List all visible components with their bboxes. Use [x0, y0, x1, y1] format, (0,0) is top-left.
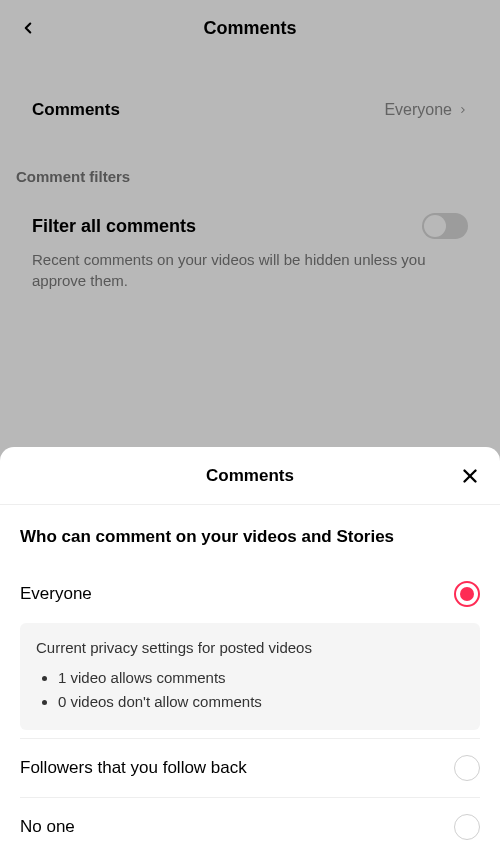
radio-dot-icon — [460, 587, 474, 601]
info-list: 1 video allows comments 0 videos don't a… — [36, 666, 464, 714]
option-label: Followers that you follow back — [20, 758, 247, 778]
radio-unselected[interactable] — [454, 755, 480, 781]
option-everyone[interactable]: Everyone — [20, 565, 480, 623]
option-no-one[interactable]: No one — [20, 798, 480, 856]
option-label: Everyone — [20, 584, 92, 604]
radio-selected[interactable] — [454, 581, 480, 607]
privacy-info-box: Current privacy settings for posted vide… — [20, 623, 480, 730]
sheet-header: Comments — [0, 447, 500, 505]
option-label: No one — [20, 817, 75, 837]
close-icon — [459, 465, 481, 487]
info-title: Current privacy settings for posted vide… — [36, 639, 464, 656]
radio-unselected[interactable] — [454, 814, 480, 840]
bottom-sheet: Comments Who can comment on your videos … — [0, 447, 500, 868]
close-button[interactable] — [458, 464, 482, 488]
sheet-subhead: Who can comment on your videos and Stori… — [20, 505, 480, 565]
sheet-title: Comments — [206, 466, 294, 486]
list-item: 1 video allows comments — [58, 666, 464, 690]
option-followers-you-follow[interactable]: Followers that you follow back — [20, 739, 480, 797]
list-item: 0 videos don't allow comments — [58, 690, 464, 714]
